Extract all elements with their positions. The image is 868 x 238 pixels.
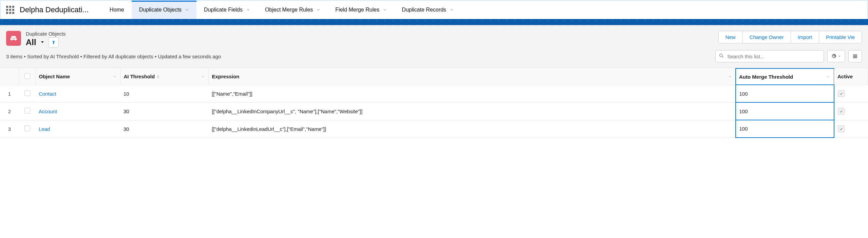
cell-ai-threshold: 30: [120, 102, 208, 120]
row-number: 2: [0, 102, 19, 120]
table-row: 1 Contact 10 [["Name","Email"]] 100: [0, 85, 868, 102]
col-active-label: Active: [837, 74, 853, 79]
top-nav: Delpha Deduplicati... Home Duplicate Obj…: [1, 1, 867, 19]
active-checkbox-icon: [838, 90, 845, 97]
checkbox[interactable]: [24, 108, 30, 114]
list-meta: 3 items • Sorted by AI Threshold • Filte…: [6, 54, 221, 59]
svg-point-0: [720, 54, 722, 57]
chevron-down-icon[interactable]: [450, 8, 454, 12]
pin-button[interactable]: [49, 37, 59, 47]
tab-object-merge-rules-label: Object Merge Rules: [265, 7, 313, 13]
search-icon: [719, 53, 724, 60]
col-select-all[interactable]: [19, 68, 35, 85]
action-bar: New Change Owner Import Printable Vie: [718, 31, 862, 43]
table-row: 3 Lead 30 [["delpha__LinkedinLeadUrl__c"…: [0, 120, 868, 138]
object-name-link[interactable]: Account: [39, 108, 57, 114]
cell-expression: [["Name","Email"]]: [208, 85, 736, 102]
tab-home[interactable]: Home: [102, 1, 132, 19]
table-row: 2 Account 30 [["delpha__LinkedInCompanyU…: [0, 102, 868, 120]
col-object-name[interactable]: Object Name: [35, 68, 120, 85]
col-expression-label: Expression: [212, 74, 240, 79]
decorative-ribbon: [0, 19, 868, 25]
cell-expression: [["delpha__LinkedinLeadUrl__c"],["Email"…: [208, 120, 736, 138]
tab-object-merge-rules[interactable]: Object Merge Rules: [258, 1, 328, 19]
col-active[interactable]: Active: [834, 68, 868, 85]
tab-field-merge-rules-label: Field Merge Rules: [335, 7, 379, 13]
app-launcher-icon[interactable]: [1, 6, 20, 14]
chevron-down-icon[interactable]: [113, 75, 117, 79]
data-table: Object Name AI Threshold↑ Expression Aut…: [0, 68, 868, 138]
col-auto-merge-threshold[interactable]: Auto Merge Threshold: [736, 68, 834, 85]
cell-object-name: Lead: [35, 120, 120, 138]
new-button[interactable]: New: [719, 31, 743, 43]
sort-arrow-icon: ↑: [157, 74, 159, 79]
tab-home-label: Home: [110, 7, 124, 13]
col-object-name-label: Object Name: [39, 74, 70, 79]
tab-duplicate-fields-label: Duplicate Fields: [204, 7, 243, 13]
cell-object-name: Contact: [35, 85, 120, 102]
search-input[interactable]: [715, 50, 824, 62]
chevron-down-icon[interactable]: [826, 75, 830, 79]
tab-duplicate-fields[interactable]: Duplicate Fields: [196, 1, 258, 19]
cell-active: [834, 102, 868, 120]
row-select-cell[interactable]: [19, 120, 35, 138]
col-expression[interactable]: Expression: [208, 68, 736, 85]
cell-auto-merge-threshold: 100: [736, 120, 834, 138]
object-name-link[interactable]: Contact: [39, 91, 56, 97]
cell-active: [834, 120, 868, 138]
cell-ai-threshold: 30: [120, 120, 208, 138]
list-view-name[interactable]: All: [26, 38, 36, 47]
cell-ai-threshold: 10: [120, 85, 208, 102]
col-rownum: [0, 68, 19, 85]
tab-field-merge-rules[interactable]: Field Merge Rules: [328, 1, 394, 19]
row-number: 3: [0, 120, 19, 138]
col-ai-threshold-label: AI Threshold: [124, 74, 155, 79]
row-select-cell[interactable]: [19, 102, 35, 120]
chevron-down-icon[interactable]: [185, 8, 189, 12]
app-name: Delpha Deduplicati...: [20, 5, 89, 14]
chevron-down-icon[interactable]: [246, 8, 250, 12]
object-icon: [6, 31, 21, 46]
tab-duplicate-objects-label: Duplicate Objects: [139, 7, 182, 13]
cell-expression: [["delpha__LinkedInCompanyUrl__c", "Name…: [208, 102, 736, 120]
import-button[interactable]: Import: [791, 31, 819, 43]
cell-active: [834, 85, 868, 102]
active-checkbox-icon: [838, 125, 845, 132]
list-view-picker-icon[interactable]: [40, 39, 45, 46]
chevron-down-icon[interactable]: [728, 75, 732, 79]
tab-duplicate-records-label: Duplicate Records: [402, 7, 446, 13]
svg-rect-3: [853, 56, 857, 57]
row-select-cell[interactable]: [19, 85, 35, 102]
cell-auto-merge-threshold: 100: [736, 85, 834, 102]
chevron-down-icon[interactable]: [201, 75, 205, 79]
chevron-down-icon[interactable]: [316, 8, 320, 12]
display-as-button[interactable]: [848, 50, 862, 62]
cell-object-name: Account: [35, 102, 120, 120]
checkbox[interactable]: [24, 73, 30, 79]
svg-rect-4: [853, 57, 857, 58]
col-ai-threshold[interactable]: AI Threshold↑: [120, 68, 208, 85]
breadcrumb: Duplicate Objects: [26, 31, 714, 37]
chevron-down-icon[interactable]: [383, 8, 387, 12]
svg-line-1: [722, 57, 723, 58]
active-checkbox-icon: [838, 108, 845, 115]
nav-tabs: Home Duplicate Objects Duplicate Fields …: [102, 1, 461, 19]
svg-rect-2: [853, 55, 857, 56]
tab-duplicate-objects[interactable]: Duplicate Objects: [132, 1, 196, 19]
checkbox[interactable]: [24, 90, 30, 96]
col-auto-merge-threshold-label: Auto Merge Threshold: [739, 74, 793, 80]
row-number: 1: [0, 85, 19, 102]
printable-view-button[interactable]: Printable Vie: [819, 31, 862, 43]
change-owner-button[interactable]: Change Owner: [743, 31, 791, 43]
checkbox[interactable]: [24, 125, 30, 131]
cell-auto-merge-threshold: 100: [736, 102, 834, 120]
object-name-link[interactable]: Lead: [39, 126, 50, 132]
tab-duplicate-records[interactable]: Duplicate Records: [394, 1, 461, 19]
list-settings-button[interactable]: [827, 50, 845, 62]
